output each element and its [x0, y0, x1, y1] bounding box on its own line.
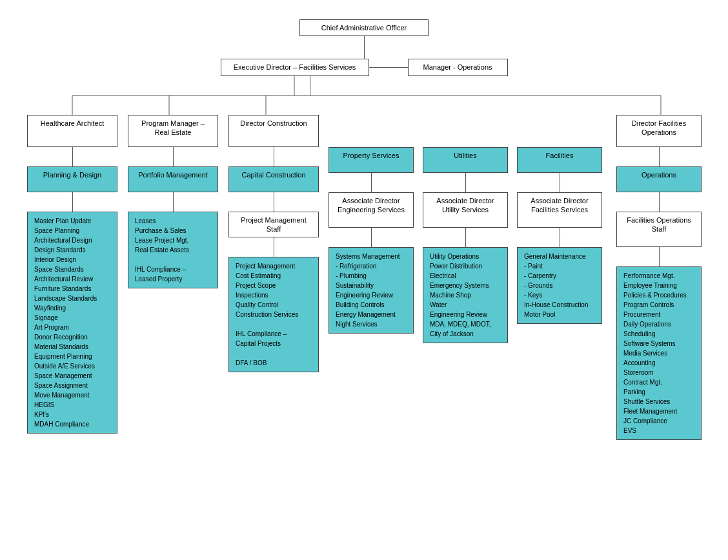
port-list-item: Purchase & Sales — [135, 226, 211, 235]
mo-box: Manager - Operations — [408, 59, 508, 75]
port-list-item: Leased Property — [135, 274, 211, 284]
mo-label: Manager - Operations — [423, 63, 492, 71]
page: Chief Administrative Officer Executive D… — [0, 0, 728, 560]
ops-list-item: Procurement — [623, 310, 694, 319]
cc-list-item — [236, 348, 312, 358]
ps-list-item: Building Controls — [336, 300, 407, 310]
ades-label: Associate Director Engineering Services — [338, 197, 405, 214]
level2-row: Healthcare Architect Planning & Design — [22, 95, 706, 440]
fac-list-item: General Maintenance — [524, 252, 595, 261]
pd-list-item: Equipment Planning — [34, 352, 110, 361]
edfs-box: Executive Director – Facilities Services — [221, 59, 369, 75]
util-box: Utilities — [423, 147, 508, 173]
pmre-label: Program Manager – Real Estate — [141, 119, 205, 136]
ops-list-item: JC Compliance — [623, 416, 694, 426]
cc-label: Capital Construction — [241, 171, 305, 179]
cc-list-item: Construction Services — [236, 310, 312, 319]
vc-ops-fos — [659, 192, 660, 212]
pd-list-item: Master Plan Update — [34, 216, 110, 226]
pd-list-item: Wayfinding — [34, 303, 110, 313]
pd-list-item: MDAH Compliance — [34, 419, 110, 429]
port-list-item: Leases — [135, 216, 211, 226]
ops-list-item: Storeroom — [623, 368, 694, 377]
port-list-item — [135, 255, 211, 265]
ps-list-item: Night Services — [336, 319, 407, 329]
vc-util-adus — [465, 173, 466, 192]
portfolio-label: Portfolio Management — [138, 171, 208, 179]
pd-list-item: KPI's — [34, 410, 110, 419]
adus-label: Associate Director Utility Services — [436, 197, 494, 214]
port-list-item: Real Estate Assets — [135, 245, 211, 255]
ops-list-item: Employee Training — [623, 281, 694, 290]
pd-list-item: Furniture Standards — [34, 284, 110, 294]
vc-ades — [371, 228, 372, 247]
ps-list-item: - Plumbing — [336, 271, 407, 281]
ops-list-item: Contract Mgt. — [623, 377, 694, 387]
vc-dfo — [659, 147, 660, 166]
pd-list-item: Move Management — [34, 390, 110, 400]
ops-list-item: Shuttle Services — [623, 397, 694, 406]
pd-list-item: Donor Recognition — [34, 332, 110, 342]
cc-list: Project Management Cost Estimating Proje… — [228, 257, 319, 372]
ops-list-item: Parking — [623, 387, 694, 397]
ops-list-item: Scheduling — [623, 329, 694, 339]
port-list-item: Lease Project Mgt. — [135, 235, 211, 245]
util-list-item: Utility Operations — [430, 252, 501, 261]
vc-cc — [274, 192, 274, 212]
pms-label: Project Management Staff — [241, 216, 307, 233]
col-ha: Healthcare Architect Planning & Design — [22, 95, 123, 434]
util-list-item: MDA, MDEQ, MDOT, — [430, 319, 501, 329]
pd-list-item: Art Program — [34, 323, 110, 332]
ops-label: Operations — [642, 171, 676, 179]
vc-ps-ades — [371, 173, 372, 192]
cc-list-item: Project Scope — [236, 281, 312, 290]
ps-list-item: Sustainability — [336, 281, 407, 290]
ops-list-item: Media Services — [623, 348, 694, 358]
cc-list-item: Inspections — [236, 290, 312, 300]
fac-list-item: In-House Construction — [524, 300, 595, 310]
ops-list: Performance Mgt. Employee Training Polic… — [616, 266, 702, 440]
col-pmre: Program Manager – Real Estate Portfolio … — [123, 95, 223, 288]
cc-list-item: Quality Control — [236, 300, 312, 310]
pd-list-item: Space Management — [34, 371, 110, 381]
cc-list-item: Capital Projects — [236, 339, 312, 348]
col-dfo: Director Facilities Operations Operation… — [612, 95, 706, 440]
fac-list-item: - Keys — [524, 290, 595, 300]
col-fac: Facilities Associate Director Facilities… — [512, 95, 607, 324]
util-list-item: City of Jackson — [430, 329, 501, 339]
ops-list-item: Accounting — [623, 358, 694, 368]
ades-box: Associate Director Engineering Services — [329, 192, 414, 228]
pd-box: Planning & Design — [27, 166, 117, 192]
vc-dc — [274, 147, 274, 166]
dfo-box: Director Facilities Operations — [616, 115, 702, 147]
ops-list-item: Program Controls — [623, 300, 694, 310]
ps-label: Property Services — [343, 152, 399, 159]
ps-list-item: Systems Management — [336, 252, 407, 261]
ps-list-item: - Refrigeration — [336, 261, 407, 271]
dc-label: Director Construction — [240, 119, 307, 127]
cc-list-item: IHL Compliance – — [236, 329, 312, 339]
fos-label: Facilities Operations Staff — [627, 216, 691, 233]
vc-edfs-h — [310, 76, 310, 95]
col-util: Utilities Associate Director Utility Ser… — [418, 95, 512, 343]
col-ps: Property Services Associate Director Eng… — [324, 95, 418, 334]
ops-list-item: Daily Operations — [623, 319, 694, 329]
vc-adfs — [560, 228, 560, 247]
pd-list: Master Plan Update Space Planning Archit… — [27, 212, 117, 434]
pmre-box: Program Manager – Real Estate — [128, 115, 218, 147]
dc-box: Director Construction — [228, 115, 319, 147]
ps-list-item: Energy Management — [336, 310, 407, 319]
port-list-item: IHL Compliance – — [135, 265, 211, 274]
pd-label: Planning & Design — [43, 171, 102, 179]
cc-list-item: DFA / BOB — [236, 358, 312, 368]
cao-box: Chief Administrative Officer — [299, 19, 429, 36]
pms-box: Project Management Staff — [228, 212, 319, 238]
pd-list-item: Space Planning — [34, 226, 110, 235]
col-dc: Director Construction Capital Constructi… — [223, 95, 324, 373]
pd-list-item: Landscape Standards — [34, 294, 110, 303]
fac-box: Facilities — [517, 147, 602, 173]
util-list-item: Engineering Review — [430, 310, 501, 319]
pd-list-item: Outside A/E Services — [34, 361, 110, 371]
ops-list-item: Software Systems — [623, 339, 694, 348]
adfs-label: Associate Director Facilities Services — [531, 197, 588, 214]
